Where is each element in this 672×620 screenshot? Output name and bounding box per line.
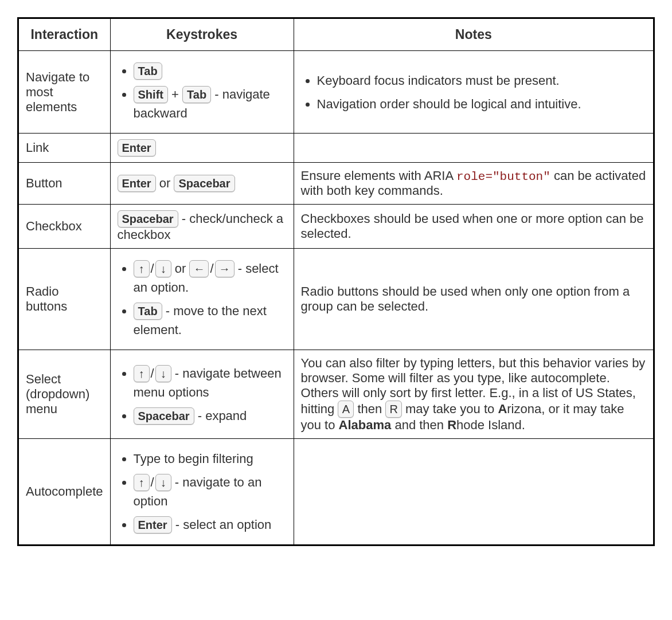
cell-interaction: Checkbox bbox=[18, 205, 111, 249]
key-enter: Enter bbox=[118, 175, 156, 192]
cell-interaction: Link bbox=[18, 134, 111, 163]
key-up-arrow-icon: ↑ bbox=[134, 474, 150, 491]
key-up-arrow-icon: ↑ bbox=[134, 260, 150, 277]
key-left-arrow-icon: ← bbox=[189, 260, 209, 277]
note-text: may take you to bbox=[402, 402, 498, 416]
key-spacebar: Spacebar bbox=[134, 407, 194, 425]
cell-interaction: Radio buttons bbox=[18, 249, 111, 350]
or-text: or bbox=[171, 261, 190, 276]
list-item: Navigation order should be logical and i… bbox=[317, 95, 646, 113]
list-item: Type to begin filtering bbox=[134, 449, 287, 468]
key-spacebar: Spacebar bbox=[174, 175, 235, 192]
cell-keystrokes: ↑/↓ - navigate between menu options Spac… bbox=[110, 350, 294, 439]
list-item: Enter - select an option bbox=[134, 515, 287, 534]
note-text: then bbox=[354, 402, 385, 416]
list-item: Shift + Tab - navigate backward bbox=[134, 85, 287, 123]
cell-notes: Checkboxes should be used when one or mo… bbox=[294, 205, 654, 249]
cell-notes: Ensure elements with ARIA role="button" … bbox=[294, 163, 654, 205]
key-down-arrow-icon: ↓ bbox=[155, 365, 171, 382]
cell-notes bbox=[294, 134, 654, 163]
note-text: hode Island. bbox=[456, 418, 525, 432]
code-text: role="button" bbox=[456, 170, 550, 183]
slash-text: / bbox=[151, 261, 154, 276]
bold-text: R bbox=[447, 418, 456, 432]
cell-keystrokes: Enter or Spacebar bbox=[110, 163, 294, 205]
key-down-arrow-icon: ↓ bbox=[155, 474, 171, 491]
bold-text: Alabama bbox=[339, 418, 392, 432]
header-interaction: Interaction bbox=[18, 18, 111, 51]
key-tab: Tab bbox=[134, 303, 162, 320]
header-notes: Notes bbox=[294, 18, 654, 51]
key-right-arrow-icon: → bbox=[215, 260, 235, 277]
cell-interaction: Navigate to most elements bbox=[18, 51, 111, 134]
cell-keystrokes: ↑/↓ or ←/→ - select an option. Tab - mov… bbox=[110, 249, 294, 350]
header-keystrokes: Keystrokes bbox=[110, 18, 294, 51]
list-item: ↑/↓ - navigate to an option bbox=[134, 473, 287, 511]
key-down-arrow-icon: ↓ bbox=[155, 260, 171, 277]
plus-text: + bbox=[168, 87, 182, 101]
table-row: Select (dropdown) menu ↑/↓ - navigate be… bbox=[18, 350, 654, 439]
cell-notes bbox=[294, 439, 654, 546]
list-item: Tab bbox=[134, 61, 287, 80]
cell-keystrokes: Spacebar - check/uncheck a checkbox bbox=[110, 205, 294, 249]
key-tab: Tab bbox=[182, 86, 211, 103]
table-row: Button Enter or Spacebar Ensure elements… bbox=[18, 163, 654, 205]
slash-text: / bbox=[151, 366, 154, 380]
table-row: Radio buttons ↑/↓ or ←/→ - select an opt… bbox=[18, 249, 654, 350]
table-row: Autocomplete Type to begin filtering ↑/↓… bbox=[18, 439, 654, 546]
key-tab: Tab bbox=[134, 62, 162, 80]
keystroke-desc: - select an option bbox=[172, 517, 272, 532]
cell-notes: Keyboard focus indicators must be presen… bbox=[294, 51, 654, 134]
cell-keystrokes: Type to begin filtering ↑/↓ - navigate t… bbox=[110, 439, 294, 546]
key-r: R bbox=[385, 401, 401, 418]
cell-interaction: Autocomplete bbox=[18, 439, 111, 546]
key-shift: Shift bbox=[134, 86, 168, 103]
cell-notes: Radio buttons should be used when only o… bbox=[294, 249, 654, 350]
list-item: Tab - move to the next element. bbox=[134, 301, 287, 339]
key-spacebar: Spacebar bbox=[118, 210, 178, 227]
cell-keystrokes: Enter bbox=[110, 134, 294, 163]
table-row: Checkbox Spacebar - check/uncheck a chec… bbox=[18, 205, 654, 249]
list-item: Keyboard focus indicators must be presen… bbox=[317, 71, 646, 90]
key-enter: Enter bbox=[118, 139, 156, 156]
note-text: Ensure elements with ARIA bbox=[301, 168, 456, 183]
key-a: A bbox=[338, 401, 354, 418]
slash-text: / bbox=[210, 261, 213, 276]
table-row: Navigate to most elements Tab Shift + Ta… bbox=[18, 51, 654, 134]
list-item: ↑/↓ - navigate between menu options bbox=[134, 364, 287, 402]
list-item: Spacebar - expand bbox=[134, 406, 287, 425]
keyboard-accessibility-table: Interaction Keystrokes Notes Navigate to… bbox=[17, 17, 655, 546]
list-item: ↑/↓ or ←/→ - select an option. bbox=[134, 259, 287, 297]
keystroke-desc: - expand bbox=[194, 409, 247, 423]
bold-text: A bbox=[498, 402, 507, 416]
table-row: Link Enter bbox=[18, 134, 654, 163]
cell-interaction: Button bbox=[18, 163, 111, 205]
or-text: or bbox=[156, 176, 174, 190]
cell-keystrokes: Tab Shift + Tab - navigate backward bbox=[110, 51, 294, 134]
slash-text: / bbox=[151, 475, 154, 489]
table-header-row: Interaction Keystrokes Notes bbox=[18, 18, 654, 51]
cell-notes: You can also filter by typing letters, b… bbox=[294, 350, 654, 439]
key-up-arrow-icon: ↑ bbox=[134, 365, 150, 382]
cell-interaction: Select (dropdown) menu bbox=[18, 350, 111, 439]
key-enter: Enter bbox=[134, 516, 172, 533]
note-text: and then bbox=[391, 418, 447, 432]
